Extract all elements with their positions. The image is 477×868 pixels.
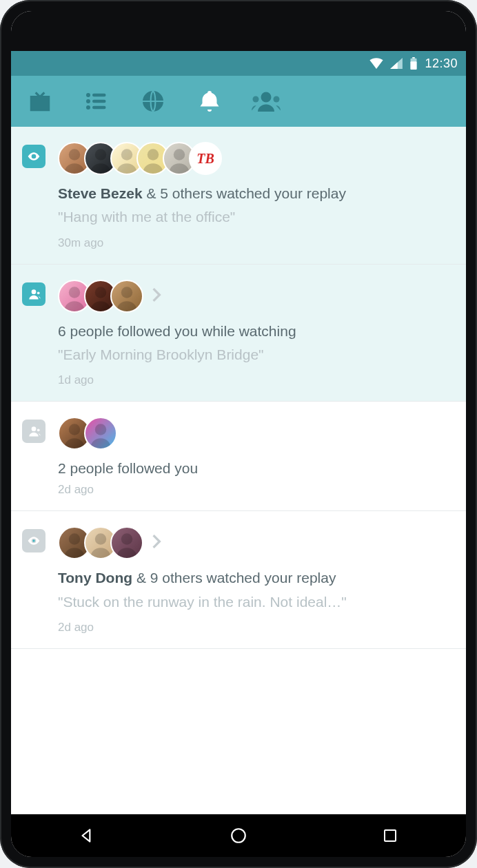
chevron-right-icon (152, 534, 161, 552)
notification-subtitle: "Stuck on the runway in the rain. Not id… (58, 593, 455, 611)
tab-globe[interactable] (135, 83, 171, 119)
group-icon (22, 420, 45, 443)
svg-point-4 (86, 93, 90, 97)
notification-body: Tony Dong & 9 others watched your replay… (58, 526, 455, 634)
eye-icon (22, 145, 45, 168)
notification-item[interactable]: 2 people followed you2d ago (11, 402, 466, 511)
cell-signal-icon (390, 58, 403, 69)
svg-point-16 (95, 149, 107, 161)
chevron-right-icon (152, 287, 161, 305)
android-nav-bar (11, 814, 466, 857)
svg-point-12 (253, 96, 259, 103)
notification-time: 2d ago (58, 621, 455, 634)
avatar-row: TB (58, 142, 455, 175)
notification-time: 1d ago (58, 373, 455, 387)
svg-point-13 (274, 96, 280, 103)
notification-item[interactable]: TBSteve Bezek & 5 others watched your re… (11, 127, 466, 265)
notification-body: 2 people followed you2d ago (58, 417, 455, 497)
svg-rect-34 (385, 830, 396, 841)
nav-recent-button[interactable] (366, 820, 414, 851)
svg-point-15 (69, 149, 81, 161)
avatar[interactable] (110, 526, 143, 559)
notification-title-rest: & 9 others watched your replay (132, 570, 336, 586)
notification-title: Steve Bezek & 5 others watched your repl… (58, 185, 455, 203)
svg-rect-2 (411, 61, 417, 70)
tab-tv[interactable] (22, 83, 58, 119)
svg-point-27 (69, 424, 81, 435)
tab-list[interactable] (79, 83, 114, 119)
avatar[interactable]: TB (189, 142, 222, 175)
avatar-row (58, 526, 455, 559)
svg-point-19 (174, 149, 185, 161)
notification-title-rest: 6 people followed you while watching (58, 323, 296, 339)
svg-point-18 (148, 149, 159, 161)
svg-point-32 (121, 534, 133, 546)
svg-point-8 (86, 105, 90, 110)
notification-body: TBSteve Bezek & 5 others watched your re… (58, 142, 455, 250)
avatar-row (58, 280, 455, 313)
status-time: 12:30 (425, 56, 458, 71)
svg-point-20 (32, 289, 37, 294)
notification-time: 2d ago (58, 483, 455, 497)
notification-item[interactable]: 6 people followed you while watching"Ear… (11, 265, 466, 402)
phone-screen: 12:30 TBSteve Bezek & 5 others watched y… (11, 11, 466, 857)
svg-point-30 (69, 534, 81, 546)
svg-point-28 (95, 424, 107, 435)
notification-title: 2 people followed you (58, 459, 455, 477)
notification-title-rest: 2 people followed you (58, 460, 198, 476)
svg-rect-3 (31, 97, 48, 110)
avatar-row (58, 417, 455, 450)
avatar[interactable] (84, 417, 117, 450)
svg-point-33 (232, 829, 245, 843)
nav-home-button[interactable] (214, 820, 263, 851)
svg-point-22 (69, 287, 81, 298)
notification-title-bold: Tony Dong (58, 570, 132, 586)
svg-point-29 (32, 540, 34, 542)
notification-subtitle: "Early Morning Brooklyn Bridge" (58, 346, 455, 364)
battery-icon (409, 57, 418, 70)
notification-subtitle: "Hang with me at the office" (58, 208, 455, 226)
svg-point-25 (32, 426, 37, 431)
nav-back-button[interactable] (63, 820, 111, 851)
svg-point-23 (95, 287, 107, 298)
notification-item[interactable]: Tony Dong & 9 others watched your replay… (11, 511, 466, 649)
notification-body: 6 people followed you while watching"Ear… (58, 280, 455, 388)
tab-bar (11, 76, 466, 127)
svg-rect-0 (413, 57, 416, 59)
svg-point-21 (37, 291, 40, 294)
eye-icon (22, 529, 45, 552)
svg-rect-7 (92, 100, 106, 103)
svg-point-11 (261, 92, 272, 103)
tab-people[interactable] (248, 83, 284, 119)
svg-rect-5 (92, 94, 106, 97)
phone-frame: 12:30 TBSteve Bezek & 5 others watched y… (0, 0, 477, 868)
notification-title-bold: Steve Bezek (58, 185, 143, 201)
svg-point-14 (32, 155, 34, 157)
status-bar: 12:30 (11, 51, 466, 76)
svg-point-17 (121, 149, 133, 161)
group-icon (22, 282, 45, 306)
svg-rect-9 (92, 106, 106, 110)
notification-time: 30m ago (58, 236, 455, 250)
avatar[interactable] (110, 280, 143, 313)
wifi-icon (369, 58, 383, 69)
svg-point-31 (95, 534, 107, 546)
svg-point-26 (37, 428, 40, 431)
svg-point-24 (121, 287, 133, 298)
notifications-list[interactable]: TBSteve Bezek & 5 others watched your re… (11, 127, 466, 814)
phone-bezel-top (11, 11, 466, 51)
notification-title-rest: & 5 others watched your replay (143, 185, 346, 201)
tab-notifications[interactable] (192, 83, 227, 119)
notification-title: 6 people followed you while watching (58, 322, 455, 340)
notification-title: Tony Dong & 9 others watched your replay (58, 569, 455, 587)
svg-point-6 (86, 99, 90, 103)
